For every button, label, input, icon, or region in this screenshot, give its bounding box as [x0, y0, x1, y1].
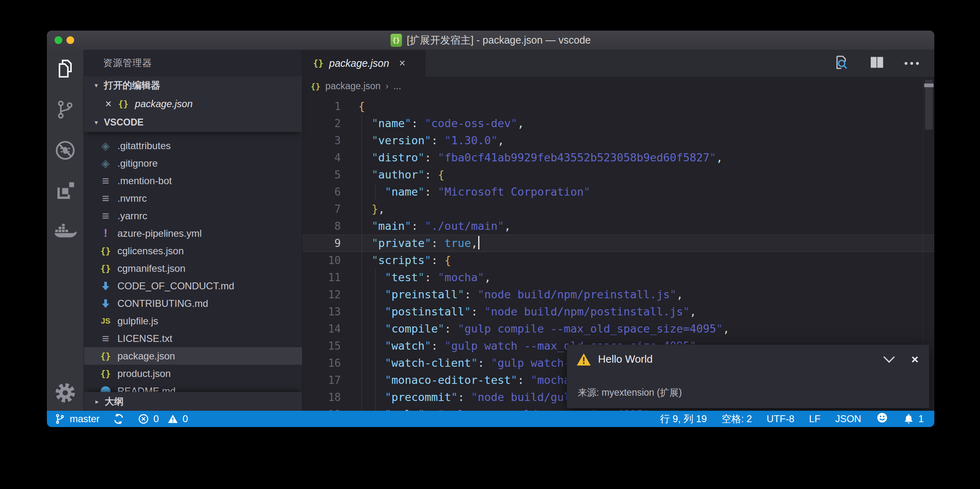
tree-item[interactable]: ◈.gitattributes — [84, 137, 302, 154]
tree-item-label: .yarnrc — [117, 210, 147, 222]
indent-guide — [362, 252, 362, 269]
git-branch-status[interactable]: master — [54, 413, 99, 425]
indent-guide — [375, 406, 375, 411]
code-line[interactable]: 1{ — [302, 98, 934, 115]
chevron-down-icon: ▾ — [95, 119, 98, 126]
tree-item[interactable]: ≡.yarnrc — [84, 207, 302, 225]
outline-section-header[interactable]: ▸ 大纲 — [84, 392, 302, 411]
tree-item[interactable]: {}cgmanifest.json — [84, 260, 302, 277]
code-line[interactable]: 5 "author": { — [302, 166, 934, 183]
code-line[interactable]: 12 "preinstall": "node build/npm/preinst… — [302, 286, 934, 303]
code-line[interactable]: 10 "scripts": { — [302, 252, 934, 269]
sidebar-title: 资源管理器 — [84, 50, 302, 76]
tree-item[interactable]: ≡LICENSE.txt — [84, 330, 302, 347]
tree-item[interactable]: CODE_OF_CONDUCT.md — [84, 277, 302, 295]
open-editor-file-name: package.json — [135, 98, 192, 110]
indent-guide — [375, 389, 375, 406]
minimize-window-button[interactable] — [66, 36, 74, 44]
tree-item[interactable]: ≡.nvmrc — [84, 189, 302, 207]
extensions-icon[interactable] — [47, 172, 84, 210]
sync-button[interactable] — [113, 413, 125, 425]
tree-item[interactable]: ◈.gitignore — [84, 154, 302, 172]
settings-gear-icon[interactable] — [47, 374, 84, 412]
line-number: 5 — [302, 166, 341, 183]
sync-icon — [113, 413, 125, 425]
debug-disabled-icon[interactable] — [47, 132, 84, 169]
tree-item[interactable]: {}cglicenses.json — [84, 242, 302, 260]
sidebar-explorer: 资源管理器 ▾ 打开的编辑器 × {} package.json ▾ VSCOD… — [84, 50, 302, 411]
eol-status[interactable]: LF — [809, 413, 821, 425]
indent-guide — [375, 286, 375, 303]
source-control-icon[interactable] — [47, 91, 84, 128]
tree-item-label: .mention-bot — [117, 175, 172, 187]
code-line[interactable]: 8 "main": "./out/main", — [302, 218, 934, 235]
chevron-right-icon: ▸ — [95, 398, 99, 405]
language-mode-status[interactable]: JSON — [835, 413, 861, 425]
code-line[interactable]: 4 "distro": "fba0cf41ab9929feb43552b5230… — [302, 149, 934, 166]
indentation-status[interactable]: 空格: 2 — [722, 412, 752, 425]
tree-item[interactable]: {}product.json — [84, 365, 302, 382]
tab-bar: {} package.json × — [302, 50, 934, 77]
scrollbar-thumb[interactable] — [925, 80, 933, 130]
line-number: 17 — [302, 372, 341, 389]
tree-item[interactable]: ≡.mention-bot — [84, 172, 302, 189]
code-line[interactable]: 7 }, — [302, 200, 934, 218]
open-editor-item-package-json[interactable]: × {} package.json — [84, 95, 302, 113]
notification-collapse-icon[interactable] — [883, 351, 895, 363]
code-line[interactable]: 2 "name": "code-oss-dev", — [302, 115, 934, 132]
indent-guide — [362, 218, 362, 235]
open-editors-header[interactable]: ▾ 打开的编辑器 — [84, 76, 302, 95]
breadcrumb-separator: › — [386, 81, 388, 92]
tree-item-label: CODE_OF_CONDUCT.md — [117, 280, 234, 292]
json-file-icon: {} — [98, 351, 113, 361]
open-editors-section: ▾ 打开的编辑器 × {} package.json ▾ VSCODE — [84, 76, 302, 132]
indent-guide — [375, 337, 375, 355]
code-line[interactable]: 9 "private": true, — [302, 235, 934, 252]
code-line[interactable]: 6 "name": "Microsoft Corporation" — [302, 183, 934, 200]
breadcrumb-file[interactable]: package.json — [325, 81, 381, 92]
tab-package-json[interactable]: {} package.json × — [302, 50, 426, 77]
encoding-status[interactable]: UTF-8 — [767, 413, 795, 425]
problems-status[interactable]: 0 0 — [138, 413, 188, 425]
more-actions-icon[interactable] — [905, 62, 919, 65]
code-line[interactable]: 11 "test": "mocha", — [302, 269, 934, 286]
config-file-icon: ≡ — [98, 209, 113, 223]
split-editor-icon[interactable] — [869, 54, 885, 72]
code-line[interactable]: 3 "version": "1.30.0", — [302, 132, 934, 149]
code-line[interactable]: 13 "postinstall": "node build/npm/postin… — [302, 303, 934, 320]
tree-item[interactable]: {}package.json — [84, 347, 302, 365]
open-changes-icon[interactable] — [832, 54, 849, 73]
docker-icon[interactable] — [47, 214, 84, 251]
tree-item[interactable]: CONTRIBUTING.md — [84, 295, 302, 312]
line-number: 18 — [302, 389, 341, 406]
folder-root-header[interactable]: ▾ VSCODE — [84, 113, 302, 132]
code-line[interactable]: 14 "compile": "gulp compile --max_old_sp… — [302, 320, 934, 337]
tree-item-label: cglicenses.json — [117, 245, 184, 257]
json-file-icon: {} — [313, 58, 323, 68]
close-icon[interactable]: × — [105, 99, 112, 110]
chevron-down-icon: ▾ — [95, 82, 98, 89]
indent-guide — [362, 303, 362, 320]
line-number: 12 — [302, 286, 341, 303]
warnings-icon — [167, 413, 179, 425]
tree-item[interactable]: JSgulpfile.js — [84, 312, 302, 330]
indent-guide — [375, 183, 375, 200]
feedback-smiley-icon[interactable] — [876, 412, 888, 426]
tab-close-icon[interactable]: × — [399, 57, 406, 70]
notifications-bell[interactable]: 1 — [903, 413, 924, 425]
notification-close-icon[interactable]: × — [911, 353, 918, 366]
indent-guide — [375, 355, 375, 372]
window-title: [扩展开发宿主] - package.json — vscode — [407, 33, 591, 47]
line-number: 3 — [302, 132, 341, 149]
js-file-icon: JS — [98, 317, 113, 326]
indent-guide — [362, 269, 362, 286]
zoom-window-button[interactable] — [54, 36, 62, 44]
cursor-position-status[interactable]: 行 9, 列 19 — [660, 412, 707, 425]
notification-source: 来源: myextension (扩展) — [578, 386, 682, 399]
line-number: 14 — [302, 320, 341, 337]
json-file-icon: {} — [311, 82, 320, 91]
line-number: 9 — [302, 235, 341, 252]
tree-item[interactable]: !azure-pipelines.yml — [84, 225, 302, 242]
breadcrumb-more[interactable]: ... — [393, 81, 401, 92]
explorer-icon[interactable] — [47, 50, 84, 88]
